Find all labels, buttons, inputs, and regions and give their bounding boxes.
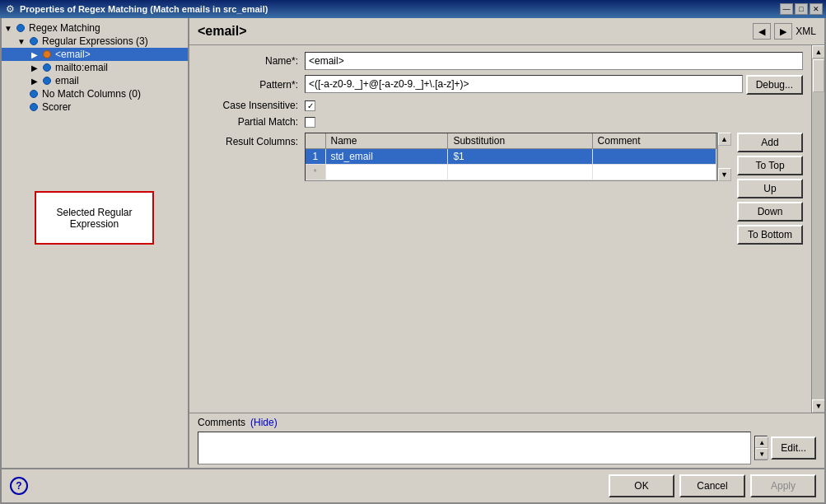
name-label: Name*: bbox=[198, 55, 305, 67]
tree-item-no-match[interactable]: No Match Columns (0) bbox=[2, 87, 188, 100]
partial-match-checkbox[interactable]: ✓ bbox=[305, 117, 315, 128]
node-icon-1 bbox=[28, 35, 40, 47]
back-button[interactable]: ◀ bbox=[753, 23, 771, 40]
tree-label-email2: email bbox=[55, 75, 79, 86]
tree-label-1: Regular Expressions (3) bbox=[42, 35, 148, 47]
comments-input-row: ▲ ▼ Edit... bbox=[198, 432, 816, 464]
right-panel: <email> ◀ ▶ XML Name*: Pattern*: bbox=[189, 18, 824, 468]
table-row-new[interactable]: * bbox=[306, 165, 716, 180]
help-button[interactable]: ? bbox=[10, 477, 28, 495]
cancel-button[interactable]: Cancel bbox=[679, 474, 745, 497]
ok-button[interactable]: OK bbox=[609, 474, 674, 497]
to-bottom-button[interactable]: To Bottom bbox=[737, 225, 803, 245]
bottom-buttons: OK Cancel Apply bbox=[609, 474, 816, 497]
edit-button[interactable]: Edit... bbox=[771, 436, 816, 460]
table-area: Name Substitution Comment 1 bbox=[305, 133, 730, 181]
node-icon-mailto bbox=[41, 62, 53, 73]
tree-item-email[interactable]: ▶ <email> bbox=[2, 48, 188, 61]
table-scroll-up[interactable]: ▲ bbox=[718, 133, 731, 146]
tree-item-scorer[interactable]: Scorer bbox=[2, 100, 188, 114]
case-insensitive-checkmark: ✓ bbox=[307, 101, 314, 110]
tree-label-email: <email> bbox=[55, 49, 91, 60]
row-num-new: * bbox=[306, 165, 325, 180]
row-comment-1[interactable] bbox=[592, 149, 716, 165]
comments-header: Comments (Hide) bbox=[198, 417, 816, 428]
tree-label-scorer: Scorer bbox=[42, 101, 71, 113]
hide-link[interactable]: (Hide) bbox=[250, 417, 278, 428]
pattern-field-group: Debug... bbox=[305, 75, 803, 95]
window-title: Properties of Regex Matching (Match emai… bbox=[20, 4, 780, 14]
comments-textarea[interactable] bbox=[198, 432, 751, 464]
arrow-icon-mailto: ▶ bbox=[28, 63, 41, 72]
minimize-button[interactable]: — bbox=[780, 3, 793, 15]
row-name-new[interactable] bbox=[325, 165, 448, 180]
node-icon-0 bbox=[15, 22, 26, 34]
tree-item-regular-expressions[interactable]: ▼ Regular Expressions (3) bbox=[2, 35, 188, 48]
col-header-sub: Substitution bbox=[448, 133, 592, 149]
table-with-scroll: Name Substitution Comment 1 bbox=[305, 133, 730, 181]
form-vscroll: ▲ ▼ bbox=[811, 45, 824, 413]
col-header-name: Name bbox=[325, 133, 448, 149]
expand-icon-0: ▼ bbox=[2, 24, 15, 33]
partial-match-label: Partial Match: bbox=[198, 116, 305, 128]
vscroll-down[interactable]: ▼ bbox=[812, 399, 824, 413]
pattern-label: Pattern*: bbox=[198, 79, 305, 91]
partial-match-row: Partial Match: ✓ bbox=[189, 116, 811, 128]
window-controls: — □ ✕ bbox=[780, 3, 823, 15]
tree-item-email2[interactable]: ▶ email bbox=[2, 74, 188, 87]
up-button[interactable]: Up bbox=[737, 179, 803, 198]
bottom-bar: ? OK Cancel Apply bbox=[2, 468, 824, 502]
table-scroll-down[interactable]: ▼ bbox=[718, 168, 731, 181]
debug-button[interactable]: Debug... bbox=[746, 75, 803, 95]
col-header-comment: Comment bbox=[592, 133, 716, 149]
node-icon-nomatch bbox=[28, 88, 40, 100]
main-window: ▼ Regex Matching ▼ Regular Expressions (… bbox=[0, 18, 826, 504]
pattern-input[interactable] bbox=[305, 75, 743, 93]
expand-icon-1: ▼ bbox=[15, 37, 28, 46]
table-row-1[interactable]: 1 std_email $1 bbox=[306, 149, 716, 165]
form-title: <email> bbox=[198, 24, 247, 39]
form-scroll: Name*: Pattern*: Debug... Case Insensiti bbox=[189, 45, 811, 413]
comments-scroll: ▲ ▼ bbox=[754, 436, 768, 460]
form-header: <email> ◀ ▶ XML bbox=[189, 18, 824, 45]
tree-label-mailto: mailto:email bbox=[55, 62, 108, 73]
name-row: Name*: bbox=[189, 52, 811, 70]
name-input[interactable] bbox=[305, 52, 803, 70]
row-sub-1[interactable]: $1 bbox=[448, 149, 592, 165]
case-insensitive-checkbox[interactable]: ✓ bbox=[305, 100, 315, 111]
form-area-wrapper: Name*: Pattern*: Debug... Case Insensiti bbox=[189, 45, 824, 413]
vscroll-up[interactable]: ▲ bbox=[812, 45, 824, 58]
node-icon-scorer bbox=[28, 101, 40, 113]
col-header-num bbox=[306, 133, 325, 149]
side-buttons-column: Add To Top Up Down To Bottom bbox=[730, 133, 803, 245]
comments-label: Comments bbox=[198, 417, 245, 428]
result-columns-row: Result Columns: Name bbox=[189, 133, 811, 245]
tree-label-0: Regex Matching bbox=[29, 22, 100, 34]
node-icon-email bbox=[41, 49, 53, 60]
vscroll-thumb[interactable] bbox=[813, 59, 824, 92]
tree-item-regex-matching[interactable]: ▼ Regex Matching bbox=[2, 21, 188, 35]
add-button[interactable]: Add bbox=[737, 133, 803, 152]
title-bar: ⚙ Properties of Regex Matching (Match em… bbox=[0, 0, 826, 18]
vscroll-track bbox=[812, 58, 824, 399]
down-button[interactable]: Down bbox=[737, 202, 803, 222]
forward-button[interactable]: ▶ bbox=[774, 23, 792, 40]
maximize-button[interactable]: □ bbox=[795, 3, 808, 15]
row-name-1[interactable]: std_email bbox=[325, 149, 448, 165]
pattern-row: Pattern*: Debug... bbox=[189, 75, 811, 95]
xml-label: XML bbox=[796, 26, 816, 37]
comments-scroll-up[interactable]: ▲ bbox=[755, 436, 768, 448]
row-comment-new[interactable] bbox=[592, 165, 716, 180]
left-panel: ▼ Regex Matching ▼ Regular Expressions (… bbox=[2, 18, 189, 468]
to-top-button[interactable]: To Top bbox=[737, 156, 803, 175]
apply-button[interactable]: Apply bbox=[750, 474, 816, 497]
row-sub-new[interactable] bbox=[448, 165, 592, 180]
tree-item-mailto[interactable]: ▶ mailto:email bbox=[2, 61, 188, 74]
content-area: ▼ Regex Matching ▼ Regular Expressions (… bbox=[2, 18, 824, 468]
comments-scroll-down[interactable]: ▼ bbox=[755, 448, 768, 460]
partial-match-checkbox-container: ✓ bbox=[305, 117, 315, 128]
result-table: Name Substitution Comment 1 bbox=[306, 133, 716, 180]
case-insensitive-checkbox-container: ✓ bbox=[305, 100, 315, 111]
close-button[interactable]: ✕ bbox=[810, 3, 823, 15]
selected-expression-label: Selected Regular Expression bbox=[35, 191, 154, 245]
